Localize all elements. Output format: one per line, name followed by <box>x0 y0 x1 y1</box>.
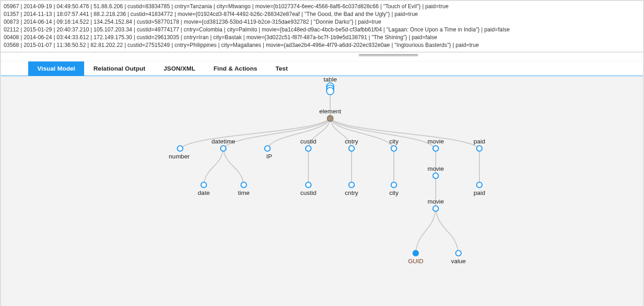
tree-node-datetime[interactable] <box>221 146 226 151</box>
svg-point-8 <box>349 146 354 151</box>
tree-node-label: element <box>319 108 341 115</box>
svg-point-10 <box>433 146 438 151</box>
tree-node-label: cntry <box>345 138 358 145</box>
tree-node-label: custid <box>300 189 316 196</box>
tree-node-city2[interactable] <box>391 182 397 188</box>
splitter-handle-icon[interactable] <box>359 54 418 56</box>
tree-node-label: value <box>451 258 466 265</box>
tree-node-paid[interactable] <box>477 146 482 151</box>
tree-node-value[interactable] <box>456 250 461 256</box>
tree-node-label: IP <box>267 153 272 160</box>
svg-point-9 <box>391 146 397 151</box>
tab-json-xml[interactable]: JSON/XML <box>155 61 205 76</box>
tree-node-label: paid <box>473 138 485 145</box>
log-line: 03568 | 2015-01-07 | 11:36:50.52 | 82.81… <box>4 41 640 49</box>
splitter[interactable] <box>1 52 643 61</box>
tree-node-city[interactable] <box>391 146 397 151</box>
tree-node-table[interactable] <box>327 83 334 95</box>
tree-node-movie2[interactable] <box>433 173 438 178</box>
log-line: 00873 | 2014-06-14 | 09:16:14.522 | 134.… <box>4 18 640 26</box>
tree-node-label: table <box>323 76 337 83</box>
tree-node-label: custid <box>300 138 316 145</box>
svg-point-21 <box>456 250 461 256</box>
log-line: 00408 | 2014-06-24 | 03:44:33.612 | 172.… <box>4 34 640 41</box>
svg-point-15 <box>349 182 354 188</box>
svg-point-3 <box>327 116 333 122</box>
svg-point-11 <box>477 146 482 151</box>
svg-point-17 <box>433 173 438 178</box>
tree-node-time[interactable] <box>241 182 247 188</box>
log-line: 01357 | 2014-11-13 | 18:07:57.441 | 88.2… <box>4 10 640 18</box>
tree-node-number[interactable] <box>177 146 183 151</box>
svg-point-2 <box>327 87 334 95</box>
tree-node-custid2[interactable] <box>306 182 311 188</box>
tree-node-label: movie <box>428 198 444 205</box>
log-line: 02112 | 2015-01-29 | 20:40:37.210 | 105.… <box>4 26 640 34</box>
tree-node-label: datetime <box>211 138 235 145</box>
svg-point-5 <box>221 146 226 151</box>
svg-point-14 <box>306 182 311 188</box>
tree-node-label: city <box>389 189 398 196</box>
svg-point-7 <box>306 146 311 151</box>
svg-point-16 <box>391 182 397 188</box>
tree-node-label: movie <box>428 138 444 145</box>
tab-test[interactable]: Test <box>267 61 297 76</box>
tree-node-label: date <box>198 189 210 196</box>
tree-node-movie3[interactable] <box>433 206 438 211</box>
tree-node-label: GUID <box>408 258 423 265</box>
tree-node-paid2[interactable] <box>477 182 482 188</box>
tree-node-label: movie <box>428 165 444 172</box>
svg-point-4 <box>177 146 183 151</box>
tree-node-movie1[interactable] <box>433 146 438 151</box>
svg-point-12 <box>201 182 206 188</box>
tree-node-guid[interactable] <box>413 250 419 256</box>
svg-point-19 <box>433 206 438 211</box>
tree-node-cntry2[interactable] <box>349 182 354 188</box>
tabs-row: Visual ModelRelational OutputJSON/XMLFin… <box>1 61 643 76</box>
tree-node-custid[interactable] <box>306 146 311 151</box>
tab-relational-output[interactable]: Relational Output <box>84 61 154 76</box>
log-line: 05967 | 2014-09-19 | 04:49:50.476 | 51.8… <box>4 3 640 10</box>
tree-node-cntry[interactable] <box>349 146 354 151</box>
svg-point-6 <box>265 146 270 151</box>
tab-find-actions[interactable]: Find & Actions <box>205 61 267 76</box>
tree-node-label: time <box>238 189 250 196</box>
tab-visual-model[interactable]: Visual Model <box>28 61 84 76</box>
visual-model-canvas[interactable]: tableelementnumberdatetimeIPcustidcntryc… <box>1 76 643 306</box>
tree-node-element[interactable] <box>327 116 333 122</box>
svg-point-13 <box>241 182 247 188</box>
svg-point-20 <box>413 250 419 256</box>
tree-node-label: city <box>389 138 398 145</box>
tree-node-label: paid <box>473 189 485 196</box>
tree-node-label: number <box>169 153 190 160</box>
tree-node-date[interactable] <box>201 182 206 188</box>
log-panel[interactable]: 05967 | 2014-09-19 | 04:49:50.476 | 51.8… <box>1 1 643 52</box>
tree-node-label: cntry <box>345 189 358 196</box>
svg-point-18 <box>477 182 482 188</box>
tree-node-ip[interactable] <box>265 146 270 151</box>
